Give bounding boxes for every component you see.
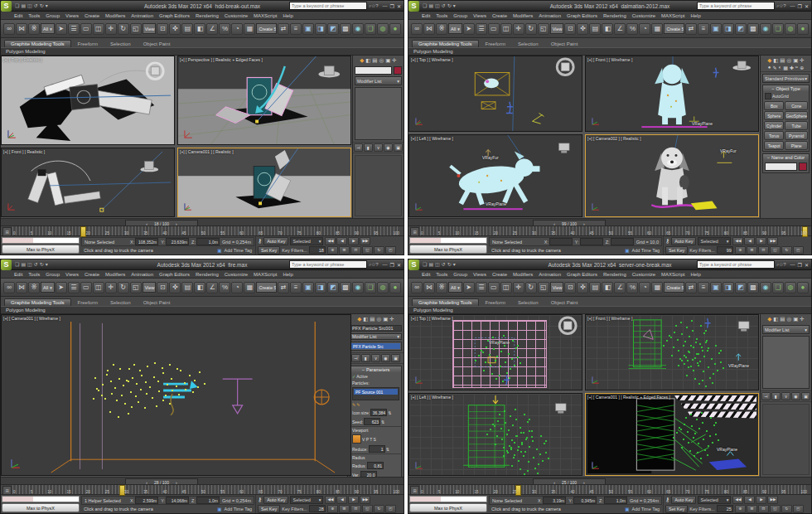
hierarchy-tab-icon[interactable]: ▤ bbox=[780, 57, 785, 64]
selection-filter-combo[interactable]: All▾ bbox=[448, 23, 462, 34]
menu-item[interactable]: MAXScript bbox=[661, 13, 684, 18]
ribbon-toggle-icon[interactable]: ◨ bbox=[315, 23, 326, 35]
render-production-icon[interactable]: ● bbox=[389, 282, 401, 293]
show-end-result-icon[interactable]: ▮ bbox=[364, 143, 373, 152]
viewport-label[interactable]: [+] [ Front ] [ Wireframe ] bbox=[587, 57, 632, 62]
menu-item[interactable]: Help bbox=[283, 272, 292, 277]
primitive-button[interactable]: Plane bbox=[785, 141, 808, 150]
z-coordinate-field[interactable]: 1,0m bbox=[604, 497, 627, 504]
prev-frame-icon[interactable]: ◀ bbox=[744, 237, 755, 245]
ribbon-tab[interactable]: Object Paint bbox=[138, 41, 176, 47]
maximize-viewport-icon[interactable]: ◰ bbox=[793, 246, 804, 255]
show-end-result-icon[interactable]: ▮ bbox=[361, 354, 370, 362]
render-setup-icon[interactable]: ❑ bbox=[365, 282, 376, 293]
ribbon-toggle-icon[interactable]: ◨ bbox=[723, 282, 734, 293]
menu-item[interactable]: Modifiers bbox=[105, 13, 125, 18]
pan-icon[interactable]: ◱ bbox=[362, 505, 373, 513]
open-file-icon[interactable]: ▤ bbox=[428, 3, 433, 8]
x-coordinate-field[interactable]: 3,19m bbox=[543, 497, 566, 504]
display-tab-icon[interactable]: ▣ bbox=[385, 57, 390, 64]
menu-item[interactable]: Views bbox=[473, 272, 486, 277]
menu-item[interactable]: Graph Editors bbox=[159, 272, 190, 277]
play-icon[interactable]: ▶ bbox=[348, 496, 359, 504]
keyboard-override-icon[interactable]: ▤ bbox=[181, 282, 193, 293]
quick-access-toolbar[interactable]: ❏▤◫↺↻▾ bbox=[423, 262, 456, 267]
rectangular-selection-region-icon[interactable]: ▭ bbox=[80, 282, 92, 293]
primitive-button[interactable]: Box bbox=[764, 101, 784, 110]
main-toolbar[interactable]: ∞⋈※ All▾ ➤☰▭◫✛↻◱ View▾ ⊡✜▤◧∠%◔▦ Create S… bbox=[408, 20, 811, 38]
motion-tab-icon[interactable]: ◎ bbox=[787, 316, 792, 322]
menu-item[interactable]: Create bbox=[85, 272, 99, 277]
x-coordinate-field[interactable]: 108,352m bbox=[135, 238, 158, 245]
open-file-icon[interactable]: ▤ bbox=[428, 262, 433, 267]
schematic-view-icon[interactable]: ▩ bbox=[747, 282, 759, 293]
bind-to-space-warp-icon[interactable]: ※ bbox=[28, 282, 40, 293]
viewport-top[interactable]: VRayPlane [+] [ Top ] [ Wireframe ] bbox=[408, 314, 582, 390]
icon-size-field[interactable]: 36,384 bbox=[370, 409, 387, 416]
create-tab-icon[interactable]: ◆ bbox=[767, 316, 771, 322]
lights-icon[interactable]: ◐ bbox=[779, 65, 782, 70]
pin-stack-icon[interactable]: ⊣ bbox=[761, 392, 771, 400]
zoom-icon[interactable]: ⊕ bbox=[327, 505, 338, 513]
angle-snap-icon[interactable]: ∠ bbox=[206, 282, 218, 293]
select-by-name-icon[interactable]: ☰ bbox=[68, 282, 80, 293]
pan-icon[interactable]: ◱ bbox=[362, 246, 373, 255]
selection-filter-combo[interactable]: All▾ bbox=[41, 23, 55, 34]
keyboard-override-icon[interactable]: ▤ bbox=[589, 23, 601, 35]
zoom-extents-icon[interactable]: ⊞ bbox=[747, 505, 757, 513]
helpers-icon[interactable]: ✚ bbox=[790, 65, 794, 70]
utilities-tab-icon[interactable]: ✛ bbox=[800, 316, 804, 322]
select-object-icon[interactable]: ➤ bbox=[56, 282, 67, 293]
align-icon[interactable]: ≡ bbox=[698, 282, 709, 293]
display-tab-icon[interactable]: ▣ bbox=[793, 316, 798, 322]
viewport-label[interactable]: [+] [ Left ] [ Wireframe ] bbox=[411, 395, 453, 400]
systems-icon[interactable]: ⊕ bbox=[800, 65, 804, 70]
primitive-button[interactable]: Teapot bbox=[764, 141, 784, 150]
menu-item[interactable]: Edit bbox=[14, 272, 22, 277]
menu-item[interactable]: Group bbox=[453, 13, 467, 18]
auto-key-button[interactable]: Auto Key bbox=[671, 237, 696, 245]
viewport-front[interactable]: [+] [ Front ] [ Realistic ] bbox=[1, 148, 175, 217]
menu-item[interactable]: Edit bbox=[422, 13, 430, 18]
menu-item[interactable]: Modifiers bbox=[513, 272, 533, 277]
ribbon-tab[interactable]: Freeform bbox=[72, 299, 104, 306]
menu-bar[interactable]: EditToolsGroupViewsCreateModifiersAnimat… bbox=[408, 12, 811, 20]
save-file-icon[interactable]: ◫ bbox=[435, 3, 440, 8]
named-selection-combo[interactable]: Create Selection Se▾ bbox=[256, 23, 277, 34]
object-color-swatch[interactable] bbox=[799, 162, 807, 171]
x-coordinate-field[interactable]: 2,599m bbox=[135, 497, 158, 504]
align-icon[interactable]: ≡ bbox=[290, 23, 302, 35]
window-crossing-toggle-icon[interactable]: ◫ bbox=[93, 282, 104, 293]
modify-tab-icon[interactable]: ◧ bbox=[365, 57, 370, 64]
create-tab-icon[interactable]: ◆ bbox=[357, 316, 361, 322]
render-production-icon[interactable]: ● bbox=[797, 282, 809, 293]
utilities-tab-icon[interactable]: ✛ bbox=[392, 57, 396, 64]
command-panel-tabs[interactable]: ◆◧▤◎▣✛ bbox=[353, 56, 404, 65]
add-time-tag[interactable]: Add Time Tag bbox=[631, 248, 660, 253]
ribbon-tab[interactable]: Selection bbox=[104, 299, 137, 306]
zoom-icon[interactable]: ⊕ bbox=[327, 246, 338, 255]
maximize-viewport-icon[interactable]: ◰ bbox=[793, 505, 804, 513]
current-frame-field[interactable]: 18 bbox=[309, 246, 326, 254]
max-to-physx-button[interactable]: Max to PhysX bbox=[409, 245, 487, 254]
select-by-name-icon[interactable]: ☰ bbox=[476, 23, 487, 35]
percent-snap-icon[interactable]: % bbox=[626, 282, 638, 293]
stack-buttons[interactable]: ⊣▮∨◉▣ bbox=[761, 390, 811, 402]
redo-icon[interactable]: ↻ bbox=[40, 262, 44, 267]
select-by-name-icon[interactable]: ☰ bbox=[68, 23, 80, 35]
new-scene-icon[interactable]: ❏ bbox=[423, 3, 427, 8]
maxscript-mini-listener[interactable] bbox=[409, 496, 487, 502]
configure-modifier-icon[interactable]: ▣ bbox=[391, 354, 400, 362]
menu-bar[interactable]: EditToolsGroupViewsCreateModifiersAnimat… bbox=[1, 12, 404, 20]
primitive-category-dropdown[interactable]: Standard Primitives▾ bbox=[762, 74, 810, 83]
new-scene-icon[interactable]: ❏ bbox=[15, 3, 19, 8]
mirror-icon[interactable]: ⇄ bbox=[278, 282, 289, 293]
command-panel-tabs[interactable]: ◆◧▤◎▣✛ bbox=[761, 314, 811, 323]
viewport-camera[interactable]: VRayPlane [+] [ Camera001 ] [ Realistic … bbox=[585, 393, 759, 476]
y-coordinate-field[interactable] bbox=[580, 238, 603, 245]
ribbon-subtab[interactable]: Polygon Modeling bbox=[408, 47, 811, 56]
stack-buttons[interactable]: ⊣▮∨◉▣ bbox=[348, 352, 404, 364]
menu-item[interactable]: Graph Editors bbox=[159, 13, 190, 18]
max-to-physx-button[interactable]: Max to PhysX bbox=[2, 245, 80, 254]
undo-icon[interactable]: ↺ bbox=[442, 3, 446, 8]
